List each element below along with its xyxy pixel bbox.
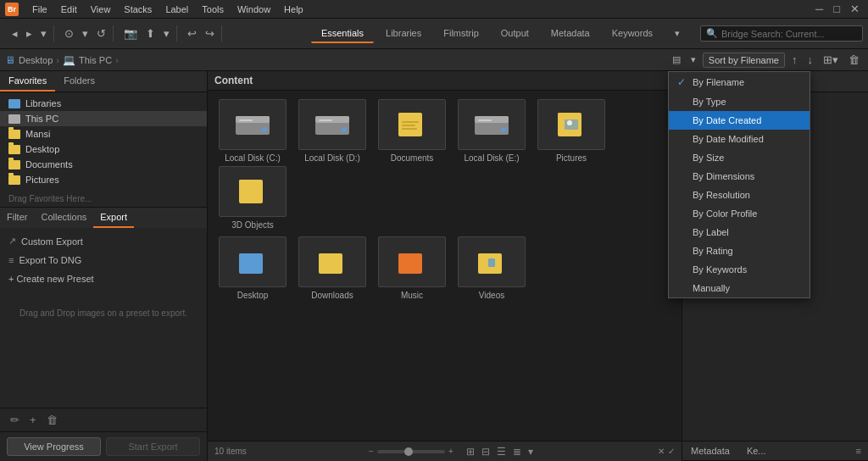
tab-more[interactable]: ▾	[665, 25, 690, 43]
thumb-pictures[interactable]: Pictures	[533, 99, 609, 163]
tab-folders[interactable]: Folders	[55, 71, 103, 92]
sort-by-date-modified[interactable]: By Date Modified	[669, 130, 810, 148]
breadcrumb-bar: 🖥 Desktop › 💻 This PC › ▤ ▾ Sort by File…	[0, 49, 868, 71]
menu-window[interactable]: Window	[231, 0, 277, 19]
zoom-thumb[interactable]	[404, 447, 413, 456]
tab-metadata[interactable]: Metadata	[682, 442, 738, 460]
breadcrumb-thispc[interactable]: This PC	[79, 55, 112, 65]
custom-export[interactable]: ↗ Custom Export	[0, 231, 207, 251]
thispc-icon	[8, 114, 20, 124]
filter-dropdown[interactable]: ▾	[687, 53, 699, 67]
edit-icon-button[interactable]: ✏	[7, 412, 23, 428]
list-view-icon[interactable]: ☰	[494, 445, 509, 458]
thumbs-down-icon[interactable]: ✕	[658, 447, 665, 456]
sort-asc-button[interactable]: ↑	[788, 52, 801, 68]
sort-by-label[interactable]: Sort by Filename	[703, 53, 785, 68]
sort-by-label[interactable]: By Label	[669, 223, 810, 242]
sort-by-dimensions[interactable]: By Dimensions	[669, 167, 810, 186]
tab-output[interactable]: Output	[491, 25, 539, 43]
tab-essentials[interactable]: Essentials	[311, 25, 374, 43]
share-dropdown[interactable]: ▾	[160, 25, 173, 42]
sort-by-keywords[interactable]: By Keywords	[669, 260, 810, 279]
thumbs-up-icon[interactable]: ✓	[668, 447, 675, 456]
tab-filmstrip[interactable]: Filmstrip	[433, 25, 489, 43]
nav-dropdown[interactable]: ▾	[37, 25, 50, 42]
thumb-local-c[interactable]: Local Disk (C:)	[214, 99, 291, 163]
create-preset[interactable]: + Create new Preset	[0, 269, 207, 288]
export-dng[interactable]: ≡ Export To DNG	[0, 251, 207, 269]
tab-filter[interactable]: Filter	[0, 208, 34, 228]
forward-button[interactable]: ▸	[23, 25, 36, 42]
tab-keywords[interactable]: Ke...	[738, 442, 775, 460]
zoom-minus[interactable]: −	[369, 447, 374, 456]
fav-libraries[interactable]: Libraries	[0, 96, 207, 111]
redo-button[interactable]: ↪	[202, 25, 218, 42]
list-view-2-icon[interactable]: ≣	[510, 445, 524, 458]
grid-view-icon[interactable]: ⊞	[464, 445, 477, 458]
delete-button[interactable]: 🗑	[845, 52, 863, 68]
share-button[interactable]: ⬆	[142, 25, 159, 42]
tab-keywords[interactable]: Keywords	[602, 25, 663, 43]
fav-thispc[interactable]: This PC	[0, 111, 207, 126]
thumb-videos[interactable]: Videos	[453, 236, 530, 300]
sort-manually[interactable]: Manually	[669, 279, 810, 297]
menu-tools[interactable]: Tools	[195, 0, 231, 19]
thumb-local-e[interactable]: Local Disk (E:)	[453, 99, 530, 163]
fav-pictures[interactable]: Pictures	[0, 172, 207, 187]
tab-favorites[interactable]: Favorites	[0, 71, 55, 92]
svg-point-15	[501, 127, 506, 132]
thumb-downloads[interactable]: Downloads	[294, 236, 370, 300]
start-export-button[interactable]: Start Export	[106, 437, 200, 456]
fav-mansi[interactable]: Mansi	[0, 126, 207, 142]
thumb-music[interactable]: Music	[374, 236, 450, 300]
sort-by-size[interactable]: By Size	[669, 148, 810, 167]
sort-by-type[interactable]: By Type	[669, 92, 810, 111]
camera-button[interactable]: 📷	[120, 25, 141, 42]
search-input[interactable]	[721, 29, 857, 39]
rotate-button[interactable]: ↺	[93, 25, 109, 42]
view-dropdown-icon[interactable]: ▾	[526, 445, 536, 458]
content-panel: Content ≡	[208, 71, 682, 461]
thumb-documents[interactable]: Documents	[374, 99, 450, 163]
minimize-button[interactable]: ─	[812, 1, 826, 17]
menu-view[interactable]: View	[84, 0, 118, 19]
zoom-track[interactable]	[377, 450, 445, 453]
zoom-plus[interactable]: +	[448, 447, 453, 456]
breadcrumb-desktop[interactable]: Desktop	[19, 55, 53, 65]
menu-label[interactable]: Label	[159, 0, 195, 19]
add-icon-button[interactable]: +	[26, 412, 40, 428]
sort-by-filename[interactable]: ✓ By Filename	[669, 72, 810, 92]
undo-button[interactable]: ↩	[184, 25, 200, 42]
back-button[interactable]: ◂	[8, 25, 21, 42]
recent-dropdown[interactable]: ▾	[79, 25, 92, 42]
panel-menu-icon[interactable]: ≡	[849, 442, 868, 460]
tab-libraries[interactable]: Libraries	[376, 25, 431, 43]
menu-edit[interactable]: Edit	[54, 0, 84, 19]
fav-desktop[interactable]: Desktop	[0, 142, 207, 157]
menu-help[interactable]: Help	[277, 0, 310, 19]
thumb-label-e: Local Disk (E:)	[464, 153, 519, 163]
thumb-3d[interactable]: 3D Objects	[214, 166, 291, 230]
tab-export[interactable]: Export	[93, 208, 134, 228]
view-options-button[interactable]: ⊞▾	[820, 52, 842, 68]
delete-icon-button[interactable]: 🗑	[43, 412, 61, 428]
menu-stacks[interactable]: Stacks	[117, 0, 159, 19]
thumb-local-d[interactable]: Local Disk (D:)	[294, 99, 370, 163]
sort-by-rating[interactable]: By Rating	[669, 242, 810, 260]
thumb-desktop[interactable]: Desktop	[214, 236, 291, 300]
sort-by-date-created[interactable]: By Date Created	[669, 111, 810, 130]
sort-date-created-label: By Date Created	[693, 115, 761, 125]
sort-by-resolution[interactable]: By Resolution	[669, 186, 810, 204]
recent-button[interactable]: ⊙	[61, 25, 77, 42]
sort-desc-button[interactable]: ↓	[804, 52, 817, 68]
view-progress-button[interactable]: View Progress	[7, 437, 101, 456]
sort-by-color-profile[interactable]: By Color Profile	[669, 204, 810, 223]
tab-metadata[interactable]: Metadata	[541, 25, 600, 43]
fav-documents[interactable]: Documents	[0, 157, 207, 172]
close-button[interactable]: ✕	[847, 1, 863, 17]
filter-icon[interactable]: ▤	[669, 53, 684, 67]
tab-collections[interactable]: Collections	[34, 208, 93, 228]
restore-button[interactable]: □	[830, 1, 843, 17]
grid-view-2-icon[interactable]: ⊟	[479, 445, 492, 458]
menu-file[interactable]: File	[25, 0, 54, 19]
